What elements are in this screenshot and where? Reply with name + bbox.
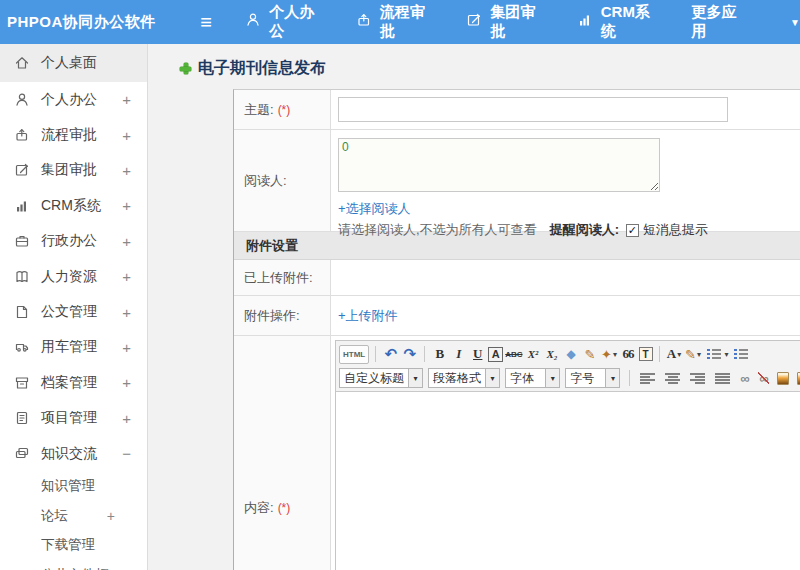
sidebar-item-desktop[interactable]: 个人桌面 xyxy=(0,44,147,82)
sidebar-item-label: 个人办公 xyxy=(41,91,97,109)
hamburger-menu-icon[interactable]: ≡ xyxy=(195,12,217,32)
heading-select[interactable]: 自定义标题 ▾ xyxy=(339,368,423,388)
html-source-button[interactable]: HTML xyxy=(339,345,369,364)
toolbar-separator xyxy=(375,346,376,362)
sidebar-item-crm[interactable]: CRM系统 + xyxy=(0,188,147,223)
undo-icon[interactable]: ↶ xyxy=(382,345,399,364)
sidebar-item-project-mgmt[interactable]: 项目管理 + xyxy=(0,401,147,436)
sidebar-item-group-approval[interactable]: 集团审批 + xyxy=(0,153,147,188)
caret-down-icon: ▾ xyxy=(677,349,681,359)
align-center-icon[interactable] xyxy=(665,373,680,384)
autoformat-icon[interactable]: ✦▾ xyxy=(601,345,618,364)
sidebar-subitem-label: 知识管理 xyxy=(41,477,95,495)
sidebar-item-vehicle-mgmt[interactable]: 用车管理 + xyxy=(0,330,147,365)
superscript-icon[interactable]: X² xyxy=(525,345,542,364)
nav-crm-system[interactable]: CRM系统 xyxy=(577,3,665,41)
sidebar-item-archive-mgmt[interactable]: 档案管理 + xyxy=(0,365,147,400)
strikethrough-icon[interactable]: ABC xyxy=(505,345,522,364)
sidebar-item-label: 项目管理 xyxy=(41,409,97,427)
caret-down-icon: ▾ xyxy=(605,369,619,387)
editor-canvas[interactable] xyxy=(336,392,800,570)
format-painter-icon[interactable]: ✎ xyxy=(582,345,599,364)
blockquote-icon[interactable]: 66 xyxy=(620,345,637,364)
select-readers-link[interactable]: +选择阅读人 xyxy=(338,200,411,218)
expand-plus-toggle[interactable]: + xyxy=(122,91,147,108)
nav-label: 集团审批 xyxy=(490,3,550,41)
expand-plus-toggle[interactable]: + xyxy=(122,304,147,321)
uploaded-attachments-cell xyxy=(331,260,800,295)
remove-link-icon[interactable]: ∞ xyxy=(755,369,772,388)
insert-image-icon[interactable] xyxy=(777,372,788,385)
application-window: PHPOA协同办公软件 ≡ 个人办公 流程审批 集团审批 CRM系统 更多应用 xyxy=(0,0,800,570)
paragraph-format-select[interactable]: 段落格式 ▾ xyxy=(428,368,500,388)
sidebar-item-label: 个人桌面 xyxy=(41,54,97,72)
align-right-icon[interactable] xyxy=(690,373,705,384)
readers-hint-text: 请选择阅读人,不选为所有人可查看 xyxy=(338,221,537,239)
nav-more-apps[interactable]: 更多应用 xyxy=(691,3,751,41)
highlight-color-icon[interactable]: ✎▾ xyxy=(685,345,702,364)
edit-icon xyxy=(466,12,483,32)
subject-input[interactable] xyxy=(338,97,728,122)
expand-plus-toggle[interactable]: + xyxy=(107,508,147,524)
sidebar-item-document-mgmt[interactable]: 公文管理 + xyxy=(0,294,147,329)
insert-link-icon[interactable]: ∞ xyxy=(736,369,753,388)
chevron-down-icon[interactable]: ▼ xyxy=(790,17,800,28)
italic-icon[interactable]: I xyxy=(450,345,467,364)
align-left-icon[interactable] xyxy=(640,373,655,384)
unordered-list-icon[interactable] xyxy=(731,345,751,364)
sms-notify-checkbox[interactable]: ✓ xyxy=(626,224,639,237)
font-color-icon[interactable]: A▾ xyxy=(666,345,683,364)
sidebar-item-label: 集团审批 xyxy=(41,161,97,179)
sidebar-subitem-knowledge-mgmt[interactable]: 知识管理 xyxy=(0,471,147,501)
sidebar-item-hr[interactable]: 人力资源 + xyxy=(0,259,147,294)
readers-textarea[interactable]: 0 xyxy=(338,138,660,192)
paste-as-text-icon[interactable]: T xyxy=(639,347,653,361)
nav-label: 更多应用 xyxy=(691,3,751,41)
collapse-minus-toggle[interactable]: − xyxy=(122,445,147,462)
clear-format-icon[interactable]: ◆ xyxy=(563,345,580,364)
expand-plus-toggle[interactable]: + xyxy=(122,127,147,144)
sidebar-item-label: 流程审批 xyxy=(41,126,97,144)
sidebar-subitem-download-mgmt[interactable]: 下载管理 xyxy=(0,530,147,560)
uploaded-attachments-label: 已上传附件: xyxy=(244,269,313,287)
font-style-icon[interactable]: A xyxy=(488,347,503,362)
caret-down-icon: ▾ xyxy=(485,369,499,387)
sidebar-item-workflow-approval[interactable]: 流程审批 + xyxy=(0,117,147,152)
upload-attachment-link[interactable]: +上传附件 xyxy=(338,307,398,325)
underline-icon[interactable]: U xyxy=(469,345,486,364)
subscript-icon[interactable]: X₂ xyxy=(544,345,561,364)
editor-toolbar: HTML ↶ ↷ B I U A ABC X² xyxy=(336,341,800,392)
expand-plus-toggle[interactable]: + xyxy=(122,268,147,285)
book-icon xyxy=(14,269,30,285)
font-family-select[interactable]: 字体 ▾ xyxy=(505,368,560,388)
nav-personal-office[interactable]: 个人办公 xyxy=(245,3,329,41)
sidebar-item-admin-office[interactable]: 行政办公 + xyxy=(0,224,147,259)
main-content: 电子期刊信息发布 主题: (*) 阅读人: 0 xyxy=(149,44,800,570)
toolbar-separator xyxy=(659,346,660,362)
expand-plus-toggle[interactable]: + xyxy=(122,410,147,427)
expand-plus-toggle[interactable]: + xyxy=(122,233,147,250)
nav-workflow-approval[interactable]: 流程审批 xyxy=(356,3,440,41)
expand-plus-toggle[interactable]: + xyxy=(122,374,147,391)
bar-chart-icon xyxy=(577,12,594,32)
bold-icon[interactable]: B xyxy=(431,345,448,364)
font-select-value: 字体 xyxy=(506,370,545,387)
sidebar-subitem-public-file-cabinet[interactable]: 公共文件柜 xyxy=(0,560,147,570)
expand-plus-toggle[interactable]: + xyxy=(122,197,147,214)
redo-icon[interactable]: ↷ xyxy=(401,345,418,364)
sidebar-item-knowledge-exchange[interactable]: 知识交流 − xyxy=(0,436,147,471)
expand-plus-toggle[interactable]: + xyxy=(122,162,147,179)
sidebar-item-label: 行政办公 xyxy=(41,232,97,250)
font-size-select[interactable]: 字号 ▾ xyxy=(565,368,620,388)
sidebar-item-label: CRM系统 xyxy=(41,197,101,215)
sidebar-subitem-forum[interactable]: 论坛 + xyxy=(0,501,147,531)
workflow-icon xyxy=(356,12,373,32)
sidebar-subitem-label: 论坛 xyxy=(41,507,68,525)
expand-plus-toggle[interactable]: + xyxy=(122,339,147,356)
toolbar-row-1: HTML ↶ ↷ B I U A ABC X² xyxy=(339,342,800,366)
nav-group-approval[interactable]: 集团审批 xyxy=(466,3,550,41)
sidebar-item-personal-office[interactable]: 个人办公 + xyxy=(0,82,147,117)
required-mark: (*) xyxy=(278,501,291,515)
ordered-list-icon[interactable]: ▾ xyxy=(704,345,729,364)
align-justify-icon[interactable] xyxy=(715,373,730,384)
